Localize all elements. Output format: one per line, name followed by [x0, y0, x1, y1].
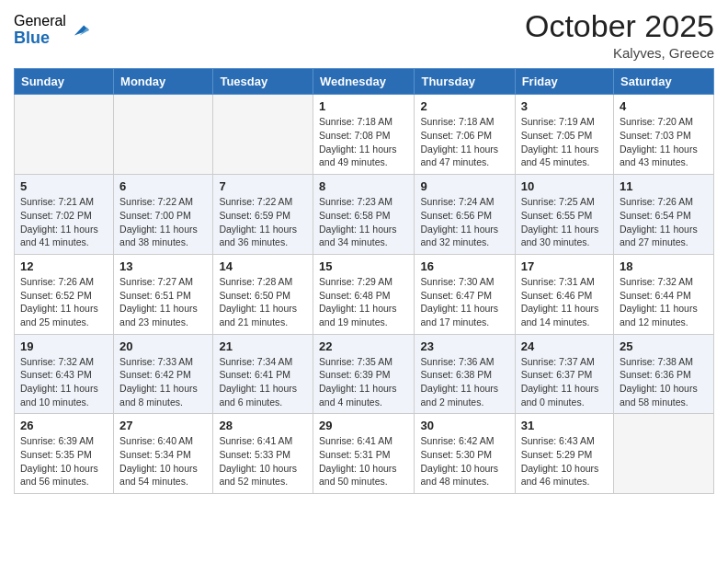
day-info: Sunrise: 7:29 AMSunset: 6:48 PMDaylight:… — [319, 275, 409, 329]
calendar-cell: 17Sunrise: 7:31 AMSunset: 6:46 PMDayligh… — [515, 254, 613, 334]
calendar-cell: 4Sunrise: 7:20 AMSunset: 7:03 PMDaylight… — [614, 95, 714, 175]
day-number: 11 — [620, 179, 708, 193]
day-info: Sunrise: 7:28 AMSunset: 6:50 PMDaylight:… — [219, 275, 307, 329]
day-number: 13 — [119, 259, 207, 273]
day-info: Sunrise: 6:39 AMSunset: 5:35 PMDaylight:… — [20, 434, 108, 488]
calendar-cell: 24Sunrise: 7:37 AMSunset: 6:37 PMDayligh… — [515, 334, 613, 414]
day-info: Sunrise: 7:23 AMSunset: 6:58 PMDaylight:… — [319, 195, 409, 249]
day-number: 3 — [521, 99, 608, 113]
day-number: 22 — [319, 339, 409, 353]
day-info: Sunrise: 7:31 AMSunset: 6:46 PMDaylight:… — [521, 275, 608, 329]
calendar-cell: 12Sunrise: 7:26 AMSunset: 6:52 PMDayligh… — [15, 254, 114, 334]
day-info: Sunrise: 7:20 AMSunset: 7:03 PMDaylight:… — [620, 115, 708, 169]
title-section: October 2025 Kalyves, Greece — [525, 9, 714, 61]
calendar-cell: 26Sunrise: 6:39 AMSunset: 5:35 PMDayligh… — [15, 414, 114, 494]
day-number: 23 — [420, 339, 508, 353]
day-info: Sunrise: 6:43 AMSunset: 5:29 PMDaylight:… — [521, 434, 608, 488]
calendar-cell: 9Sunrise: 7:24 AMSunset: 6:56 PMDaylight… — [415, 175, 515, 255]
calendar-cell: 15Sunrise: 7:29 AMSunset: 6:48 PMDayligh… — [313, 254, 415, 334]
day-number: 4 — [620, 99, 708, 113]
calendar-cell: 27Sunrise: 6:40 AMSunset: 5:34 PMDayligh… — [114, 414, 213, 494]
day-number: 2 — [420, 99, 508, 113]
calendar-cell: 2Sunrise: 7:18 AMSunset: 7:06 PMDaylight… — [415, 95, 515, 175]
day-number: 16 — [420, 259, 508, 273]
calendar-week-row: 19Sunrise: 7:32 AMSunset: 6:43 PMDayligh… — [15, 334, 714, 414]
day-info: Sunrise: 7:19 AMSunset: 7:05 PMDaylight:… — [521, 115, 608, 169]
day-info: Sunrise: 7:38 AMSunset: 6:36 PMDaylight:… — [620, 355, 708, 409]
day-info: Sunrise: 7:34 AMSunset: 6:41 PMDaylight:… — [219, 355, 307, 409]
weekday-header-wednesday: Wednesday — [313, 69, 415, 95]
logo-blue: Blue — [14, 29, 66, 48]
logo-text: General Blue — [14, 13, 66, 47]
calendar-week-row: 5Sunrise: 7:21 AMSunset: 7:02 PMDaylight… — [15, 175, 714, 255]
calendar-cell: 11Sunrise: 7:26 AMSunset: 6:54 PMDayligh… — [614, 175, 714, 255]
day-info: Sunrise: 7:27 AMSunset: 6:51 PMDaylight:… — [119, 275, 207, 329]
calendar-cell: 22Sunrise: 7:35 AMSunset: 6:39 PMDayligh… — [313, 334, 415, 414]
day-number: 6 — [119, 179, 207, 193]
calendar-cell — [213, 95, 313, 175]
day-info: Sunrise: 7:25 AMSunset: 6:55 PMDaylight:… — [521, 195, 608, 249]
day-info: Sunrise: 7:18 AMSunset: 7:06 PMDaylight:… — [420, 115, 508, 169]
calendar-cell — [114, 95, 213, 175]
day-number: 5 — [20, 179, 108, 193]
day-info: Sunrise: 7:36 AMSunset: 6:38 PMDaylight:… — [420, 355, 508, 409]
day-info: Sunrise: 7:26 AMSunset: 6:52 PMDaylight:… — [20, 275, 108, 329]
calendar-cell: 21Sunrise: 7:34 AMSunset: 6:41 PMDayligh… — [213, 334, 313, 414]
day-info: Sunrise: 7:24 AMSunset: 6:56 PMDaylight:… — [420, 195, 508, 249]
day-info: Sunrise: 7:22 AMSunset: 6:59 PMDaylight:… — [219, 195, 307, 249]
day-info: Sunrise: 7:32 AMSunset: 6:43 PMDaylight:… — [20, 355, 108, 409]
day-number: 25 — [620, 339, 708, 353]
day-number: 14 — [219, 259, 307, 273]
weekday-header-sunday: Sunday — [15, 69, 114, 95]
calendar-cell: 20Sunrise: 7:33 AMSunset: 6:42 PMDayligh… — [114, 334, 213, 414]
weekday-header-friday: Friday — [515, 69, 613, 95]
logo-icon — [69, 20, 89, 40]
day-info: Sunrise: 7:18 AMSunset: 7:08 PMDaylight:… — [319, 115, 409, 169]
day-info: Sunrise: 7:37 AMSunset: 6:37 PMDaylight:… — [521, 355, 608, 409]
day-info: Sunrise: 6:41 AMSunset: 5:33 PMDaylight:… — [219, 434, 307, 488]
calendar-header-row: SundayMondayTuesdayWednesdayThursdayFrid… — [15, 69, 714, 95]
calendar-cell: 16Sunrise: 7:30 AMSunset: 6:47 PMDayligh… — [415, 254, 515, 334]
day-info: Sunrise: 6:40 AMSunset: 5:34 PMDaylight:… — [119, 434, 207, 488]
calendar-cell: 3Sunrise: 7:19 AMSunset: 7:05 PMDaylight… — [515, 95, 613, 175]
day-info: Sunrise: 7:30 AMSunset: 6:47 PMDaylight:… — [420, 275, 508, 329]
day-number: 7 — [219, 179, 307, 193]
day-number: 18 — [620, 259, 708, 273]
weekday-header-monday: Monday — [114, 69, 213, 95]
calendar-cell: 1Sunrise: 7:18 AMSunset: 7:08 PMDaylight… — [313, 95, 415, 175]
day-number: 21 — [219, 339, 307, 353]
calendar-cell: 23Sunrise: 7:36 AMSunset: 6:38 PMDayligh… — [415, 334, 515, 414]
day-info: Sunrise: 7:21 AMSunset: 7:02 PMDaylight:… — [20, 195, 108, 249]
day-number: 29 — [319, 419, 409, 432]
location: Kalyves, Greece — [525, 45, 714, 61]
calendar-cell: 28Sunrise: 6:41 AMSunset: 5:33 PMDayligh… — [213, 414, 313, 494]
calendar-cell: 6Sunrise: 7:22 AMSunset: 7:00 PMDaylight… — [114, 175, 213, 255]
month-title: October 2025 — [525, 9, 714, 43]
calendar-cell: 10Sunrise: 7:25 AMSunset: 6:55 PMDayligh… — [515, 175, 613, 255]
day-info: Sunrise: 6:42 AMSunset: 5:30 PMDaylight:… — [420, 434, 508, 488]
day-number: 19 — [20, 339, 108, 353]
calendar-week-row: 1Sunrise: 7:18 AMSunset: 7:08 PMDaylight… — [15, 95, 714, 175]
day-info: Sunrise: 7:26 AMSunset: 6:54 PMDaylight:… — [620, 195, 708, 249]
calendar-page: General Blue October 2025 Kalyves, Greec… — [0, 0, 728, 508]
day-number: 30 — [420, 419, 508, 432]
day-number: 1 — [319, 99, 409, 113]
calendar-cell: 8Sunrise: 7:23 AMSunset: 6:58 PMDaylight… — [313, 175, 415, 255]
calendar-cell: 18Sunrise: 7:32 AMSunset: 6:44 PMDayligh… — [614, 254, 714, 334]
calendar-cell — [614, 414, 714, 494]
calendar-week-row: 26Sunrise: 6:39 AMSunset: 5:35 PMDayligh… — [15, 414, 714, 494]
calendar-cell: 7Sunrise: 7:22 AMSunset: 6:59 PMDaylight… — [213, 175, 313, 255]
calendar-cell: 25Sunrise: 7:38 AMSunset: 6:36 PMDayligh… — [614, 334, 714, 414]
calendar-cell: 13Sunrise: 7:27 AMSunset: 6:51 PMDayligh… — [114, 254, 213, 334]
day-number: 12 — [20, 259, 108, 273]
page-header: General Blue October 2025 Kalyves, Greec… — [14, 9, 714, 61]
logo-general: General — [14, 13, 66, 29]
calendar-cell: 5Sunrise: 7:21 AMSunset: 7:02 PMDaylight… — [15, 175, 114, 255]
calendar-cell: 30Sunrise: 6:42 AMSunset: 5:30 PMDayligh… — [415, 414, 515, 494]
day-number: 17 — [521, 259, 608, 273]
day-info: Sunrise: 7:35 AMSunset: 6:39 PMDaylight:… — [319, 355, 409, 409]
calendar-cell: 29Sunrise: 6:41 AMSunset: 5:31 PMDayligh… — [313, 414, 415, 494]
calendar-cell: 19Sunrise: 7:32 AMSunset: 6:43 PMDayligh… — [15, 334, 114, 414]
day-number: 15 — [319, 259, 409, 273]
logo: General Blue — [14, 13, 89, 47]
